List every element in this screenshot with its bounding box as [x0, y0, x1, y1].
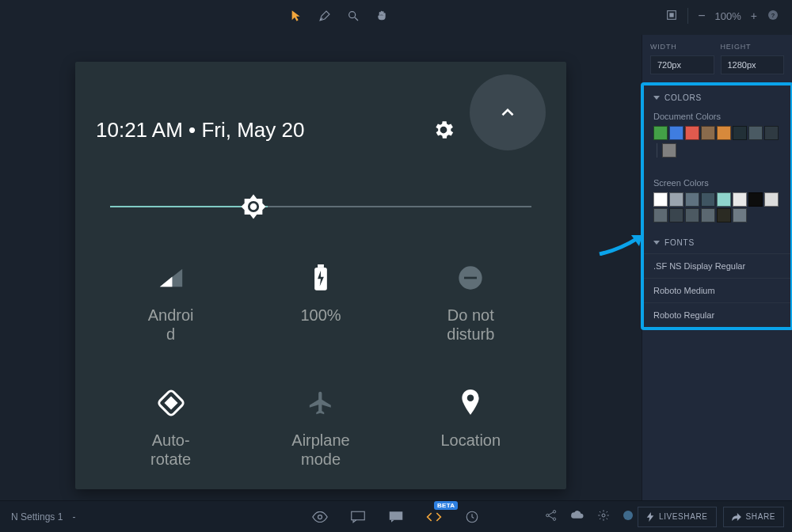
- chevron-up-icon: [497, 102, 518, 123]
- color-swatch[interactable]: [669, 192, 683, 207]
- pen-icon: [318, 10, 331, 22]
- color-swatch[interactable]: [717, 192, 731, 207]
- tile-battery[interactable]: 100%: [246, 263, 395, 344]
- svg-line-24: [549, 516, 554, 519]
- settings-button[interactable]: [597, 509, 610, 524]
- svg-point-25: [602, 514, 605, 517]
- canvas[interactable]: 10:21 AM • Fri, May 20: [0, 35, 642, 500]
- eye-icon: [312, 511, 328, 522]
- screen-colors: [644, 192, 790, 230]
- liveshare-button[interactable]: LIVESHARE: [638, 507, 717, 527]
- color-swatch[interactable]: [717, 126, 731, 140]
- svg-rect-14: [164, 397, 177, 410]
- color-swatch[interactable]: [701, 208, 715, 222]
- tile-label: Auto- rotate: [96, 431, 246, 469]
- share-button[interactable]: SHARE: [723, 507, 784, 527]
- svg-line-23: [549, 512, 554, 515]
- bottom-center-tools: BETA: [312, 509, 480, 525]
- color-swatch[interactable]: [685, 126, 699, 140]
- color-swatch[interactable]: [748, 192, 763, 207]
- share-nodes-icon: [545, 509, 558, 522]
- cursor-tool[interactable]: [289, 9, 303, 23]
- divider: [687, 8, 688, 24]
- tile-airplane[interactable]: Airplane mode: [246, 388, 395, 469]
- color-swatch[interactable]: [653, 192, 668, 207]
- history-button[interactable]: [464, 509, 480, 525]
- fonts-section-header[interactable]: FONTS: [644, 230, 790, 253]
- help-icon: ?: [767, 9, 779, 21]
- color-swatch[interactable]: [764, 192, 779, 207]
- font-item[interactable]: .SF NS Display Regular: [644, 253, 790, 278]
- svg-point-0: [349, 12, 356, 18]
- color-swatch[interactable]: [733, 208, 747, 222]
- chat-button[interactable]: [388, 509, 404, 525]
- tile-label: 100%: [246, 306, 395, 325]
- color-swatch[interactable]: [701, 192, 715, 207]
- color-swatch[interactable]: [685, 192, 699, 207]
- tile-dnd[interactable]: Do not disturb: [396, 263, 546, 344]
- comment-button[interactable]: [350, 509, 366, 525]
- slider-thumb[interactable]: [240, 193, 267, 220]
- color-swatch[interactable]: [764, 126, 779, 140]
- color-swatch[interactable]: [717, 208, 731, 222]
- brightness-slider[interactable]: [96, 195, 546, 218]
- inspector-panel: WIDTH HEIGHT COLORS Document Colors Scre…: [642, 35, 792, 500]
- svg-point-21: [553, 511, 555, 513]
- doc-colors-label: Document Colors: [644, 108, 790, 126]
- preview-button[interactable]: [312, 509, 328, 525]
- top-toolbar: − 100% + ?: [0, 0, 792, 32]
- color-swatch[interactable]: [733, 192, 747, 207]
- zoom-level[interactable]: 100%: [715, 10, 741, 22]
- svg-point-20: [546, 514, 549, 516]
- fonts-label: FONTS: [664, 238, 695, 247]
- height-input[interactable]: [721, 55, 785, 74]
- android-quick-settings[interactable]: 10:21 AM • Fri, May 20: [75, 62, 566, 489]
- qs-tiles: Androi d 100% Do not disturb Auto- rotat…: [96, 263, 546, 469]
- tile-signal[interactable]: Androi d: [96, 263, 246, 344]
- presence-dot[interactable]: [623, 510, 634, 523]
- help-button[interactable]: ?: [767, 9, 779, 24]
- cloud-button[interactable]: [570, 510, 584, 523]
- color-swatch[interactable]: [748, 126, 763, 140]
- tile-rotate[interactable]: Auto- rotate: [96, 388, 246, 469]
- cursor-icon: [290, 10, 303, 22]
- color-swatch[interactable]: [669, 126, 683, 140]
- annotation-arrow-icon: [598, 232, 644, 256]
- pen-tool[interactable]: [318, 9, 332, 23]
- collapse-button[interactable]: [470, 74, 546, 150]
- settings-button[interactable]: [432, 118, 455, 142]
- share-nodes-button[interactable]: [545, 509, 558, 524]
- tile-location[interactable]: Location: [396, 388, 546, 469]
- bottom-actions: LIVESHARE SHARE: [638, 507, 784, 527]
- font-item[interactable]: Roboto Medium: [644, 278, 790, 302]
- svg-line-1: [355, 17, 358, 21]
- pan-tool[interactable]: [375, 9, 389, 23]
- code-button[interactable]: BETA: [426, 509, 442, 525]
- bolt-icon: [646, 512, 654, 522]
- color-swatch[interactable]: [653, 126, 668, 140]
- colors-label: COLORS: [664, 93, 702, 102]
- color-swatch[interactable]: [653, 208, 668, 222]
- breadcrumb[interactable]: N Settings 1 -: [11, 511, 75, 522]
- battery-icon: [313, 264, 329, 291]
- width-input[interactable]: [650, 55, 714, 74]
- zoom-out-button[interactable]: −: [698, 9, 705, 23]
- tile-label: Androi d: [96, 306, 246, 344]
- color-swatch[interactable]: [669, 208, 683, 222]
- artboard-icon[interactable]: [665, 9, 678, 24]
- color-swatch[interactable]: [701, 126, 715, 140]
- caret-down-icon: [653, 96, 660, 100]
- dnd-icon: [458, 265, 483, 291]
- search-tool[interactable]: [346, 9, 360, 23]
- svg-point-22: [553, 518, 555, 520]
- liveshare-label: LIVESHARE: [659, 512, 708, 521]
- dot-icon: [623, 510, 634, 521]
- svg-rect-18: [390, 511, 403, 520]
- font-item[interactable]: Roboto Regular: [644, 302, 790, 327]
- color-swatch[interactable]: [733, 126, 747, 140]
- colors-section-header[interactable]: COLORS: [644, 86, 790, 108]
- color-swatch[interactable]: [685, 208, 699, 222]
- tile-label: Location: [396, 431, 546, 450]
- zoom-in-button[interactable]: +: [751, 10, 757, 22]
- color-swatch[interactable]: [662, 143, 676, 158]
